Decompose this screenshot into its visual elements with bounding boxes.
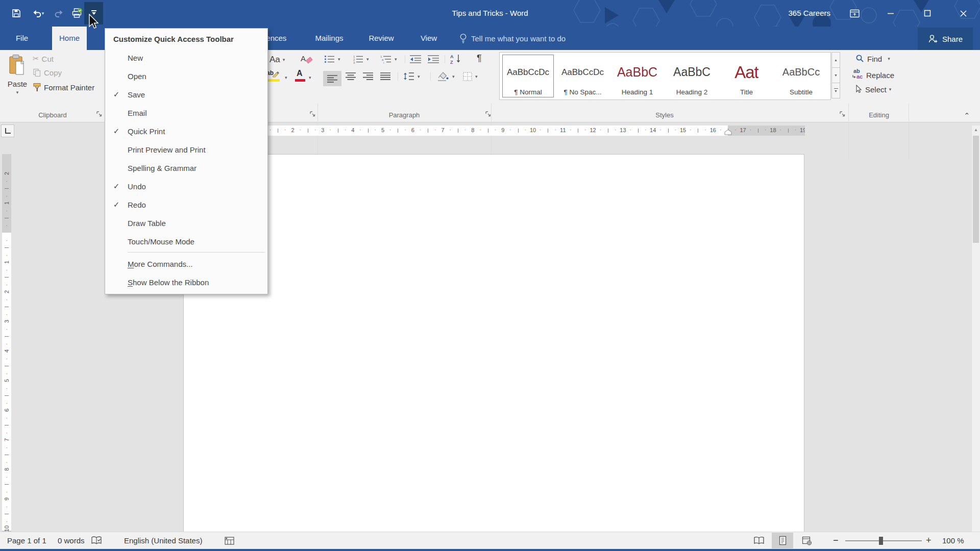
style-name: Subtitle — [790, 88, 813, 96]
menu-item[interactable]: More Commands... — [105, 255, 267, 273]
print-layout-button[interactable] — [772, 533, 793, 548]
gallery-scroll-up-button[interactable]: ▲ — [831, 52, 840, 68]
zoom-level[interactable]: 100 % — [942, 532, 964, 549]
document-page[interactable] — [183, 154, 804, 532]
gallery-expand-button[interactable]: ▼ — [831, 83, 840, 98]
align-right-button[interactable] — [362, 72, 374, 83]
tab-review[interactable]: Review — [361, 27, 401, 50]
decrease-indent-button[interactable] — [409, 54, 422, 66]
style-sample: Aat — [734, 56, 758, 88]
language-status[interactable]: English (United States) — [124, 532, 202, 549]
scroll-up-icon: ▲ — [834, 58, 838, 62]
page-count[interactable]: Page 1 of 1 — [7, 532, 46, 549]
styles-dialog-launcher[interactable] — [839, 111, 846, 117]
maximize-button[interactable] — [916, 0, 939, 27]
menu-item[interactable]: ✓ Save — [105, 85, 267, 104]
select-dropdown-arrow: ▾ — [889, 87, 892, 92]
select-button[interactable]: Select ▾ — [854, 85, 891, 94]
numbering-button[interactable]: 123 ▾ — [352, 54, 369, 64]
zoom-slider-handle[interactable] — [879, 537, 883, 545]
style-card[interactable]: AaBbCcDc ¶ Normal — [502, 55, 554, 97]
style-card[interactable]: Aat Title — [721, 55, 772, 97]
menu-item[interactable]: Show Below the Ribbon — [105, 273, 267, 291]
minimize-button[interactable] — [879, 0, 902, 27]
menu-item[interactable]: Email — [105, 104, 267, 122]
style-card[interactable]: AaBbCcDc ¶ No Spac... — [557, 55, 608, 97]
menu-item[interactable]: Open — [105, 67, 267, 85]
align-center-button[interactable] — [345, 72, 356, 83]
find-magnifier-icon — [855, 54, 865, 63]
borders-button[interactable]: ▾ — [462, 71, 478, 82]
menu-item[interactable]: Touch/Mouse Mode — [105, 232, 267, 251]
proofing-button[interactable] — [91, 536, 102, 545]
svg-text:A: A — [301, 54, 306, 63]
increase-indent-button[interactable] — [427, 54, 440, 66]
font-color-dropdown-arrow[interactable]: ▾ — [309, 75, 311, 80]
tab-stop-selector[interactable] — [1, 124, 14, 137]
tab-mailings[interactable]: Mailings — [306, 27, 352, 50]
tell-me-box[interactable]: Tell me what you want to do — [459, 27, 566, 50]
collapse-ribbon-button[interactable]: ⌃ — [964, 111, 970, 120]
change-case-button[interactable]: Aa ▾ — [270, 55, 285, 65]
word-window: ▾ — [0, 0, 980, 551]
paste-button[interactable]: Paste ▾ — [4, 52, 31, 110]
scroll-down-icon: ▼ — [834, 73, 838, 77]
tab-file[interactable]: File — [7, 27, 37, 50]
mini-divider — [430, 72, 431, 81]
style-card[interactable]: AaBbCc Subtitle — [775, 55, 827, 97]
ribbon-display-options-button[interactable] — [845, 0, 864, 27]
paragraph-dialog-launcher[interactable] — [485, 111, 492, 117]
tab-home[interactable]: Home — [52, 27, 87, 50]
right-indent-marker[interactable] — [724, 130, 732, 135]
multilevel-dropdown-arrow: ▾ — [395, 57, 397, 62]
shading-dropdown-arrow: ▾ — [452, 74, 455, 79]
style-card[interactable]: AaBbC Heading 1 — [611, 55, 663, 97]
tab-view[interactable]: View — [413, 27, 444, 50]
macro-record-button[interactable] — [225, 537, 234, 545]
line-spacing-button[interactable]: ▾ — [403, 71, 420, 81]
font-dialog-launcher[interactable] — [309, 111, 316, 117]
word-count[interactable]: 0 words — [58, 532, 85, 549]
clipboard-dialog-launcher[interactable] — [96, 111, 103, 117]
replace-button[interactable]: ab ac Replace — [852, 69, 894, 81]
menu-item[interactable]: ✓ Redo — [105, 195, 267, 214]
share-label: Share — [942, 35, 963, 43]
zoom-in-button[interactable]: + — [926, 532, 932, 549]
align-left-button-active[interactable] — [323, 71, 341, 86]
text-highlight-button[interactable]: ab — [266, 70, 283, 85]
justify-button[interactable] — [380, 72, 391, 83]
zoom-out-button[interactable]: − — [833, 532, 839, 549]
menu-item[interactable]: New — [105, 48, 267, 67]
style-name: Heading 2 — [676, 88, 708, 96]
style-card[interactable]: AaBbC Heading 2 — [666, 55, 718, 97]
clear-formatting-button[interactable]: A — [300, 53, 313, 67]
menu-item[interactable]: Draw Table — [105, 214, 267, 232]
style-sample: AaBbC — [617, 56, 657, 88]
menu-item[interactable]: ✓ Undo — [105, 177, 267, 195]
gallery-scroll-down-button[interactable]: ▼ — [831, 67, 840, 83]
format-painter-button[interactable]: Format Painter — [33, 83, 94, 92]
menu-item[interactable]: Spelling & Grammar — [105, 159, 267, 177]
paste-dropdown-arrow[interactable]: ▾ — [16, 90, 19, 95]
show-paragraph-marks-button[interactable]: ¶ — [477, 53, 482, 64]
window-title: Tips and Tricks - Word — [0, 0, 980, 27]
close-button[interactable] — [950, 0, 976, 27]
highlight-dropdown-arrow[interactable]: ▾ — [285, 75, 287, 80]
menu-item[interactable]: Print Preview and Print — [105, 140, 267, 159]
share-button[interactable]: Share — [918, 28, 973, 50]
multilevel-list-button[interactable]: 1ai ▾ — [380, 54, 397, 64]
account-name[interactable]: 365 Careers — [788, 0, 830, 27]
sort-button[interactable]: A Z — [449, 53, 462, 67]
font-color-button[interactable]: A — [295, 70, 306, 85]
find-button[interactable]: Find ▾ — [855, 54, 890, 63]
sort-icon: A Z — [449, 53, 462, 65]
web-layout-button[interactable] — [796, 533, 818, 548]
read-mode-button[interactable] — [748, 533, 770, 548]
zoom-slider-track[interactable] — [845, 540, 922, 541]
vertical-scrollbar[interactable]: ▲ — [971, 126, 980, 532]
shading-button[interactable]: ▾ — [436, 71, 455, 82]
menu-item[interactable]: ✓ Quick Print — [105, 122, 267, 140]
scrollbar-up-arrow[interactable]: ▲ — [972, 126, 980, 135]
scrollbar-thumb[interactable] — [973, 136, 979, 243]
bullets-button[interactable]: ▾ — [324, 54, 340, 64]
